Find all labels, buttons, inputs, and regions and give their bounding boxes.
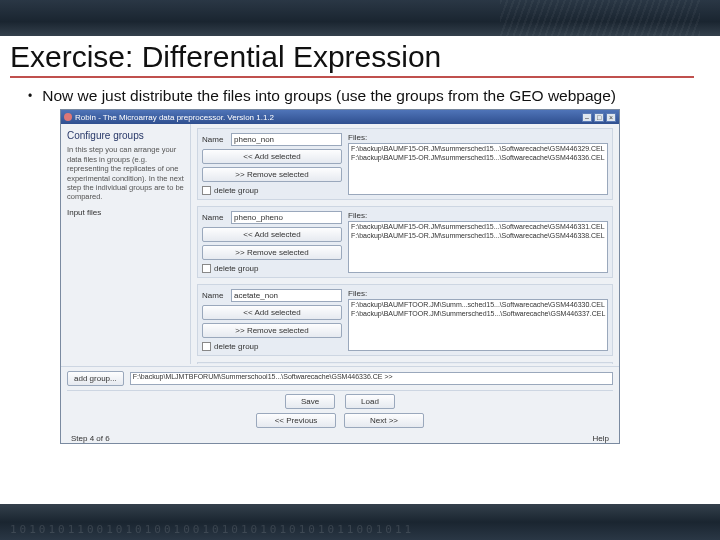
file-entry[interactable]: F:\backup\BAUMF15-OR.JM\summersched15...… bbox=[351, 145, 605, 154]
step-indicator: Step 4 of 6 bbox=[71, 434, 110, 443]
sidebar: Configure groups In this step you can ar… bbox=[61, 124, 191, 364]
save-label: Save bbox=[301, 397, 319, 406]
previous-button[interactable]: << Previous bbox=[256, 413, 336, 428]
remove-selected-button[interactable]: >> Remove selected bbox=[202, 245, 342, 260]
app-icon bbox=[64, 113, 72, 121]
add-path-text: F:\backup\MLJMTBFORUM\Summerschool15...\… bbox=[133, 373, 393, 380]
help-link[interactable]: Help bbox=[593, 434, 609, 443]
add-selected-button[interactable]: << Add selected bbox=[202, 305, 342, 320]
group-panel: Name << Add selected >> Remove selected … bbox=[197, 362, 613, 364]
previous-label: << Previous bbox=[275, 416, 318, 425]
bullet-text: Now we just distribute the files into gr… bbox=[42, 86, 616, 105]
files-listbox[interactable]: F:\backup\BAUMF15-OR.JM\summersched15...… bbox=[348, 143, 608, 195]
slide-top-band bbox=[0, 0, 720, 36]
delete-group-label: delete group bbox=[214, 342, 258, 351]
file-entry[interactable]: F:\backup\BAUMFTOOR.JM\Summersched15...\… bbox=[351, 310, 605, 319]
add-group-button[interactable]: add group... bbox=[67, 371, 124, 386]
remove-selected-button[interactable]: >> Remove selected bbox=[202, 167, 342, 182]
delete-group-checkbox[interactable] bbox=[202, 264, 211, 273]
file-entry[interactable]: F:\backup\BAUMFTOOR.JM\Summ...sched15...… bbox=[351, 301, 605, 310]
maximize-icon[interactable]: □ bbox=[594, 113, 604, 122]
next-label: Next >> bbox=[370, 416, 398, 425]
bullet-row: • Now we just distribute the files into … bbox=[0, 84, 720, 109]
remove-selected-label: >> Remove selected bbox=[235, 248, 308, 257]
load-label: Load bbox=[361, 397, 379, 406]
add-selected-button[interactable]: << Add selected bbox=[202, 227, 342, 242]
files-label: Files: bbox=[348, 211, 608, 220]
file-entry[interactable]: F:\backup\BAUMF15-OR.JM\summersched15...… bbox=[351, 154, 605, 163]
delete-group-checkbox[interactable] bbox=[202, 342, 211, 351]
group-name-input[interactable] bbox=[231, 133, 342, 146]
group-panel: Name << Add selected >> Remove selected … bbox=[197, 206, 613, 278]
add-group-label: add group... bbox=[74, 374, 117, 383]
delete-group-label: delete group bbox=[214, 186, 258, 195]
add-selected-label: << Add selected bbox=[243, 308, 300, 317]
file-entry[interactable]: F:\backup\BAUMF15-OR.JM\summersched15...… bbox=[351, 223, 605, 232]
add-selected-label: << Add selected bbox=[243, 152, 300, 161]
app-window: Robin - The Microarray data preprocessor… bbox=[60, 109, 620, 444]
files-listbox[interactable]: F:\backup\BAUMFTOOR.JM\Summ...sched15...… bbox=[348, 299, 608, 351]
delete-group-label: delete group bbox=[214, 264, 258, 273]
slide-bottom-band bbox=[0, 504, 720, 540]
group-name-input[interactable] bbox=[231, 211, 342, 224]
name-label: Name bbox=[202, 135, 227, 144]
sidebar-input-label: Input files bbox=[67, 208, 184, 217]
files-label: Files: bbox=[348, 133, 608, 142]
remove-selected-label: >> Remove selected bbox=[235, 170, 308, 179]
files-label: Files: bbox=[348, 289, 608, 298]
title-underline bbox=[10, 76, 694, 78]
window-titlebar[interactable]: Robin - The Microarray data preprocessor… bbox=[61, 110, 619, 124]
sidebar-heading: Configure groups bbox=[67, 130, 184, 141]
group-panel: Name << Add selected >> Remove selected … bbox=[197, 284, 613, 356]
minimize-icon[interactable]: – bbox=[582, 113, 592, 122]
remove-selected-button[interactable]: >> Remove selected bbox=[202, 323, 342, 338]
group-name-input[interactable] bbox=[231, 289, 342, 302]
add-path-field[interactable]: F:\backup\MLJMTBFORUM\Summerschool15...\… bbox=[130, 372, 613, 385]
groups-area: Name << Add selected >> Remove selected … bbox=[191, 124, 619, 364]
delete-group-checkbox[interactable] bbox=[202, 186, 211, 195]
page-title: Exercise: Differential Expression bbox=[0, 36, 720, 76]
bullet-dot-icon: • bbox=[28, 89, 32, 104]
group-panel: Name << Add selected >> Remove selected … bbox=[197, 128, 613, 200]
name-label: Name bbox=[202, 291, 227, 300]
footer-panel: add group... F:\backup\MLJMTBFORUM\Summe… bbox=[61, 366, 619, 443]
remove-selected-label: >> Remove selected bbox=[235, 326, 308, 335]
close-icon[interactable]: × bbox=[606, 113, 616, 122]
name-label: Name bbox=[202, 213, 227, 222]
files-listbox[interactable]: F:\backup\BAUMF15-OR.JM\summersched15...… bbox=[348, 221, 608, 273]
save-button[interactable]: Save bbox=[285, 394, 335, 409]
window-title: Robin - The Microarray data preprocessor… bbox=[75, 113, 274, 122]
add-selected-label: << Add selected bbox=[243, 230, 300, 239]
load-button[interactable]: Load bbox=[345, 394, 395, 409]
add-selected-button[interactable]: << Add selected bbox=[202, 149, 342, 164]
next-button[interactable]: Next >> bbox=[344, 413, 424, 428]
sidebar-description: In this step you can arrange your data f… bbox=[67, 145, 184, 201]
file-entry[interactable]: F:\backup\BAUMF15-OR.JM\summersched15...… bbox=[351, 232, 605, 241]
